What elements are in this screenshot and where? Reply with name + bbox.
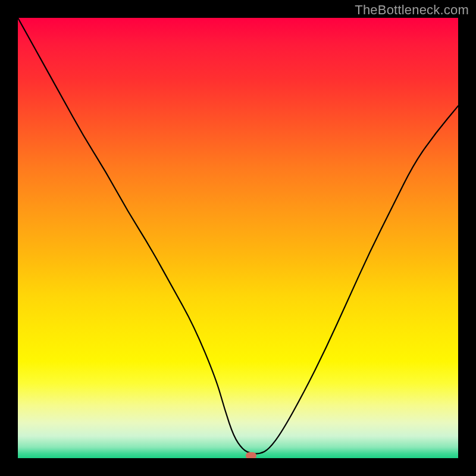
plot-area bbox=[18, 18, 458, 458]
optimal-point-marker bbox=[246, 452, 256, 458]
watermark-text: TheBottleneck.com bbox=[355, 2, 469, 18]
bottleneck-curve bbox=[18, 18, 458, 458]
curve-path bbox=[18, 18, 458, 454]
chart-frame: TheBottleneck.com bbox=[0, 0, 476, 476]
